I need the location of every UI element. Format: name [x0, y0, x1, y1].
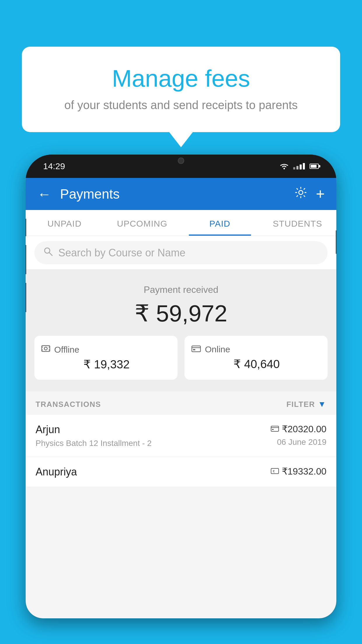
- svg-rect-4: [42, 346, 50, 351]
- app-header: ← Payments +: [26, 178, 336, 210]
- svg-rect-10: [192, 346, 201, 352]
- svg-rect-12: [193, 349, 195, 350]
- notch: [164, 155, 198, 167]
- transaction-amount-row: ₹ ₹19332.00: [271, 466, 326, 477]
- transactions-header: TRANSACTIONS FILTER ▼: [26, 391, 336, 415]
- volume-down-button: [26, 245, 26, 274]
- online-icon: [191, 344, 201, 354]
- tabs-bar: UNPAID UPCOMING PAID STUDENTS: [26, 210, 336, 236]
- signal-icon: [293, 163, 305, 169]
- transaction-amount: ₹20320.00: [282, 424, 326, 435]
- svg-text:₹: ₹: [273, 470, 275, 474]
- hero-card: Manage fees of your students and send re…: [22, 47, 340, 132]
- silent-button: [26, 283, 26, 312]
- tab-paid[interactable]: PAID: [181, 210, 259, 236]
- offline-label: Offline: [54, 345, 79, 355]
- transaction-date: 06 June 2019: [277, 438, 326, 447]
- gear-icon: [294, 186, 307, 199]
- svg-rect-15: [272, 429, 274, 430]
- back-button[interactable]: ←: [37, 186, 51, 202]
- rupee-icon-small: ₹: [271, 468, 279, 475]
- svg-point-0: [284, 168, 285, 169]
- payment-summary: Payment received ₹ 59,972: [26, 270, 336, 391]
- transaction-amount-row: ₹20320.00: [271, 424, 326, 435]
- offline-card-header: Offline: [41, 344, 171, 355]
- svg-line-3: [49, 253, 52, 256]
- wifi-icon: [280, 163, 289, 169]
- transaction-right: ₹20320.00 06 June 2019: [271, 424, 326, 447]
- table-row[interactable]: Arjun Physics Batch 12 Installment - 2 ₹…: [26, 415, 336, 457]
- online-amount: ₹ 40,640: [191, 357, 321, 371]
- search-placeholder-text: Search by Course or Name: [58, 247, 185, 259]
- svg-rect-13: [271, 426, 279, 431]
- transaction-left: Arjun Physics Batch 12 Installment - 2: [36, 424, 152, 448]
- payment-cards: Offline ₹ 19,332: [34, 336, 328, 380]
- page-title: Payments: [60, 186, 286, 202]
- search-icon-svg: [43, 246, 53, 256]
- credit-card-icon: [191, 345, 201, 352]
- phone-wrapper: 14:29: [26, 155, 336, 644]
- hero-title: Manage fees: [45, 64, 317, 93]
- status-bar: 14:29: [26, 155, 336, 178]
- camera: [178, 158, 184, 164]
- transaction-right: ₹ ₹19332.00: [271, 466, 326, 477]
- payment-received-label: Payment received: [34, 284, 328, 295]
- battery-icon: [310, 164, 319, 169]
- phone-frame: 14:29: [26, 155, 336, 618]
- header-icons: +: [294, 185, 325, 203]
- offline-icon: [41, 344, 50, 355]
- transaction-name: Anupriya: [36, 466, 77, 478]
- search-icon: [43, 246, 53, 259]
- app-screen: ← Payments + UNPAID UPCOMING PAID: [26, 178, 336, 618]
- filter-button[interactable]: FILTER ▼: [287, 400, 326, 409]
- hero-subtitle: of your students and send receipts to pa…: [45, 99, 317, 112]
- offline-amount: ₹ 19,332: [41, 358, 171, 371]
- search-bar[interactable]: Search by Course or Name: [34, 241, 328, 264]
- tab-upcoming[interactable]: UPCOMING: [103, 210, 181, 236]
- transaction-name: Arjun: [36, 424, 152, 436]
- svg-point-1: [299, 190, 303, 195]
- search-container: Search by Course or Name: [26, 236, 336, 270]
- filter-icon: ▼: [318, 400, 326, 409]
- offline-payment-card: Offline ₹ 19,332: [34, 336, 178, 380]
- online-payment-card: Online ₹ 40,640: [184, 336, 328, 380]
- payment-total-amount: ₹ 59,972: [34, 300, 328, 327]
- svg-point-5: [44, 347, 47, 350]
- settings-button[interactable]: [294, 186, 307, 202]
- tab-unpaid[interactable]: UNPAID: [26, 210, 103, 236]
- status-icons: [280, 163, 319, 169]
- table-row[interactable]: Anupriya ₹ ₹19332.00: [26, 457, 336, 487]
- transaction-amount: ₹19332.00: [282, 466, 326, 477]
- svg-rect-16: [271, 468, 279, 474]
- online-label: Online: [205, 344, 230, 354]
- transactions-label: TRANSACTIONS: [36, 400, 101, 409]
- cash-icon: [41, 344, 50, 353]
- transaction-left: Anupriya: [36, 466, 77, 478]
- card-icon-small: [271, 426, 279, 432]
- status-time: 14:29: [43, 161, 65, 171]
- transaction-detail: Physics Batch 12 Installment - 2: [36, 439, 152, 448]
- tab-students[interactable]: STUDENTS: [259, 210, 337, 236]
- online-card-header: Online: [191, 344, 321, 354]
- filter-label: FILTER: [287, 400, 315, 409]
- add-button[interactable]: +: [316, 185, 325, 203]
